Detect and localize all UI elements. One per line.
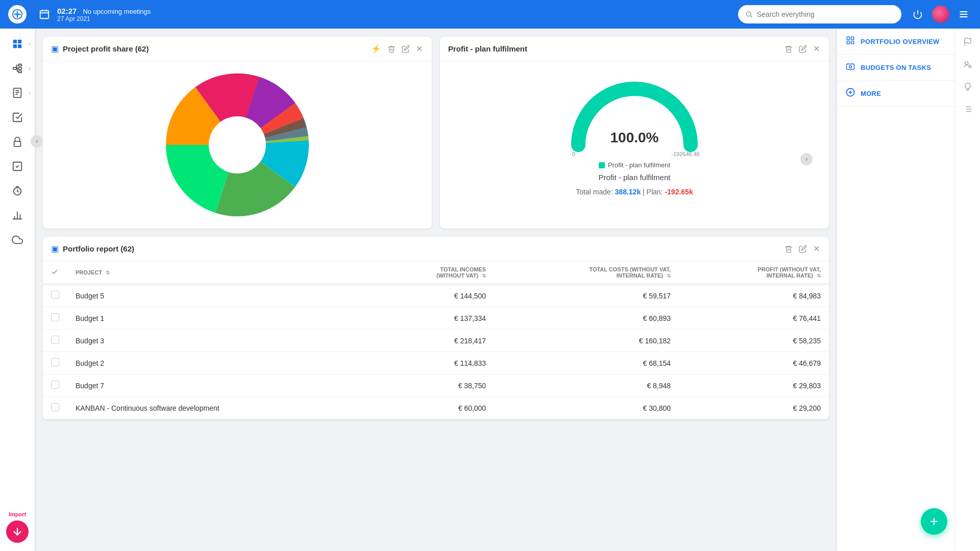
checkbox[interactable] [51,336,59,344]
import-button[interactable] [6,520,29,543]
checkbox[interactable] [51,291,59,299]
sidebar-item-timers[interactable] [4,180,31,202]
col-profit[interactable]: PROFIT (WITHOUT VAT,INTERNAL RATE) ⇅ [679,261,829,284]
svg-rect-42 [847,64,854,70]
svg-point-37 [209,116,266,173]
sidebar-item-cloud[interactable] [4,229,31,251]
gauge-widget-title: Profit - plan fulfilment [448,44,779,53]
svg-rect-14 [18,44,21,48]
gauge-legend: Profit - plan fulfilment [599,161,670,169]
row-check[interactable] [43,374,67,397]
row-incomes: € 144,500 [370,284,494,307]
row-check[interactable] [43,284,67,307]
right-expand-button[interactable]: › [800,153,813,165]
portfolio-table-widget: ▣ Portfolio report (62) [43,237,829,419]
close-pie-button[interactable]: ✕ [415,43,424,55]
checkbox[interactable] [51,313,59,321]
close-gauge-button[interactable]: ✕ [812,43,821,55]
col-check [43,261,67,284]
row-check[interactable] [43,330,67,352]
pie-chart-svg [166,73,309,216]
sidebar-item-dashboard[interactable]: › [4,33,31,55]
document-icon [12,87,23,98]
table-row: KANBAN - Continuous software development… [43,397,829,419]
edit-pie-button[interactable] [401,44,411,54]
table-row: Budget 1 € 137,334 € 60,893 € 76,441 [43,307,829,330]
fab-add-button[interactable]: + [921,508,947,535]
sidebar-item-tasks[interactable]: › [4,57,31,80]
menu-button[interactable] [955,6,972,22]
sidebar-item-checklist[interactable] [4,106,31,129]
row-check[interactable] [43,307,67,330]
edit-icon [799,45,807,53]
search-input[interactable] [757,10,894,18]
table-widget-title: Portfolio report (62) [63,244,779,253]
sidebar-item-reports[interactable] [4,204,31,227]
bolt-button[interactable]: ⚡ [370,43,382,55]
search-bar[interactable] [738,5,901,23]
sidebar-item-documents[interactable]: › [4,82,31,104]
gauge-left-label: 0 [572,151,575,157]
row-project: Budget 3 [67,330,370,352]
gauge-legend-dot [599,162,605,168]
tasks-icon-button[interactable] [959,100,977,118]
row-costs: € 59,517 [494,284,679,307]
row-incomes: € 114,833 [370,352,494,374]
left-expand-button[interactable]: › [31,135,43,147]
edit-gauge-button[interactable] [798,44,808,54]
plan-separator: | [643,188,647,196]
panel-more-label: MORE [861,90,881,97]
money-icon [845,62,855,73]
plan-value: -192.65k [665,188,693,196]
gauge-value: 100.0% [610,130,659,146]
svg-rect-39 [851,37,854,39]
lightbulb-icon-button[interactable] [959,78,977,96]
sidebar-item-approvals[interactable] [4,155,31,178]
check-all-icon [51,268,58,276]
app-logo[interactable] [8,5,27,23]
col-project[interactable]: PROJECT ⇅ [67,261,370,284]
far-right-icons [955,29,980,551]
power-icon [913,9,923,19]
row-incomes: € 218,417 [370,330,494,352]
user-search-icon-button[interactable] [959,55,977,73]
approve-icon [12,161,23,172]
checkbox[interactable] [51,358,59,366]
svg-rect-40 [847,41,849,44]
row-profit: € 29,200 [679,397,829,419]
col-costs[interactable]: TOTAL COSTS (WITHOUT VAT,INTERNAL RATE) … [494,261,679,284]
row-check[interactable] [43,352,67,374]
svg-rect-12 [18,40,21,43]
flag-icon-button[interactable] [959,33,977,51]
bar-chart-icon [12,210,23,221]
task-list-icon [963,105,972,114]
panel-portfolio-label: PORTFOLIO OVERVIEW [861,38,940,45]
checkbox[interactable] [51,381,59,389]
edit-table-button[interactable] [798,244,808,254]
avatar[interactable] [932,6,949,23]
sidebar-item-security[interactable] [4,131,31,153]
trash-icon [785,245,793,253]
svg-point-43 [849,66,852,68]
svg-rect-16 [18,67,21,69]
main-content: ▣ Project profit share (62) ⚡ [35,29,980,551]
col-incomes[interactable]: TOTAL INCOMES(WITHOUT VAT) ⇅ [370,261,494,284]
lock-icon [12,136,23,147]
row-profit: € 46,679 [679,352,829,374]
chevron-right-icon: › [29,40,31,47]
delete-pie-button[interactable] [386,44,397,54]
grid-icon [12,38,23,49]
flag-icon [963,37,972,46]
portfolio-overview-icon [846,36,855,45]
pie-widget-actions: ⚡ ✕ [370,43,424,55]
time-block: 02:27 No upcoming meetings 27 Apr 2021 [57,7,151,22]
row-incomes: € 60,000 [370,397,494,419]
pie-chart-container [43,61,432,229]
import-icon [12,526,23,537]
delete-table-button[interactable] [783,244,794,254]
power-button[interactable] [910,6,926,22]
checkbox[interactable] [51,403,59,411]
row-check[interactable] [43,397,67,419]
close-table-button[interactable]: ✕ [812,243,821,255]
delete-gauge-button[interactable] [783,44,794,54]
